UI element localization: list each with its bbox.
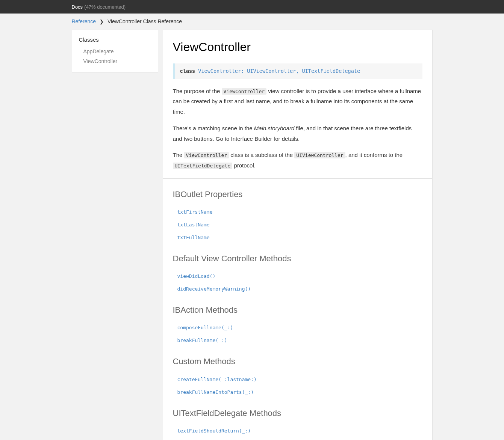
header-title[interactable]: Docs (72, 4, 83, 10)
desc-p1-code: ViewController (222, 88, 267, 95)
symbol-link[interactable]: createFullName(_:lastname:) (177, 377, 257, 382)
desc-p3-d: protocol. (232, 162, 256, 169)
description: The purpose of the ViewController view c… (173, 86, 422, 171)
sidebar-item-viewcontroller[interactable]: ViewController (83, 58, 118, 64)
breadcrumb-reference[interactable]: Reference (72, 18, 96, 24)
list-item: createFullName(_:lastname:) (177, 373, 422, 386)
list-item: viewDidLoad() (177, 270, 422, 282)
symbol-link[interactable]: breakFullNameIntoParts(_:) (177, 389, 254, 395)
desc-p3-c: , and it conforms to the (345, 152, 403, 158)
declaration-rest: ViewController: UIViewController, UIText… (195, 68, 360, 74)
list-item: textFieldShouldReturn(_:) (177, 424, 422, 437)
task-group-title: Custom Methods (173, 355, 422, 368)
sidebar-item-appdelegate[interactable]: AppDelegate (83, 48, 114, 54)
page-title: ViewController (173, 38, 422, 57)
task-group: UITextFieldDelegate MethodstextFieldShou… (173, 407, 422, 437)
task-group: Default View Controller MethodsviewDidLo… (173, 252, 422, 295)
declaration: class ViewController: UIViewController, … (173, 63, 422, 79)
list-item: composeFullname(_:) (177, 321, 422, 334)
desc-p1-a: The purpose of the (173, 88, 222, 94)
task-group: IBAction MethodscomposeFullname(_:)break… (173, 303, 422, 347)
symbol-link[interactable]: didReceiveMemoryWarning() (177, 286, 251, 292)
symbol-link[interactable]: breakFullname(_:) (177, 338, 227, 343)
symbol-link[interactable]: textFieldShouldReturn(_:) (177, 428, 251, 434)
symbol-link[interactable]: txtFirstName (177, 209, 213, 215)
header-documented: (47% documented) (84, 4, 126, 10)
task-group: Custom MethodscreateFullName(_:lastname:… (173, 355, 422, 398)
sidebar: Classes AppDelegateViewController (72, 30, 158, 72)
task-group-title: IBOutlet Properties (173, 188, 422, 201)
breadcrumb-current: ViewController Class Reference (107, 18, 182, 24)
list-item: breakFullname(_:) (177, 334, 422, 347)
list-item: breakFullNameIntoParts(_:) (177, 386, 422, 398)
breadcrumb-carat: ❯ (100, 19, 104, 24)
desc-p2-a: There's a matching scene in the (173, 125, 254, 131)
list-item: didReceiveMemoryWarning() (177, 282, 422, 295)
task-group-title: UITextFieldDelegate Methods (173, 407, 422, 420)
list-item: txtFirstName (177, 205, 422, 218)
list-item: txtLastName (177, 218, 422, 231)
main-content: ViewController class ViewController: UIV… (163, 30, 433, 440)
task-group-title: Default View Controller Methods (173, 252, 422, 265)
declaration-keyword: class (180, 68, 195, 74)
desc-p3-code2: UIViewController (294, 152, 345, 158)
symbol-link[interactable]: txtLastName (177, 222, 210, 228)
desc-p3-a: The (173, 152, 184, 158)
desc-p3-code3: UITextFieldDelegate (173, 163, 233, 169)
list-item: txtFullName (177, 231, 422, 244)
symbol-link[interactable]: txtFullName (177, 235, 210, 240)
sidebar-section-title: Classes (79, 35, 151, 44)
header: Docs (47% documented) (0, 0, 504, 14)
symbol-link[interactable]: composeFullname(_:) (177, 325, 233, 330)
desc-p2-italic: Main.storyboard (254, 125, 295, 131)
symbol-link[interactable]: viewDidLoad() (177, 273, 216, 279)
desc-p3-b: class is a subclass of the (229, 152, 294, 158)
task-group: IBOutlet PropertiestxtFirstNametxtLastNa… (173, 188, 422, 244)
desc-p3-code1: ViewController (184, 152, 229, 158)
breadcrumbs: Reference ❯ ViewController Class Referen… (72, 14, 433, 30)
task-group-title: IBAction Methods (173, 303, 422, 316)
